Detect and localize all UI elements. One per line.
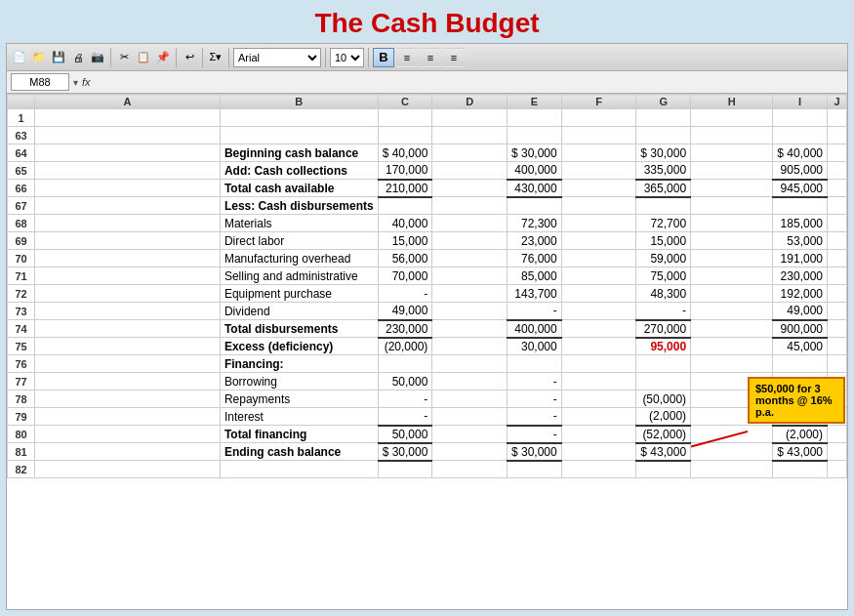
cell-a72[interactable] <box>35 285 221 303</box>
cell-f66 <box>561 180 636 197</box>
cell-a67[interactable] <box>35 197 221 215</box>
cell-f74 <box>561 320 636 338</box>
cell-a68[interactable] <box>35 215 221 232</box>
cell-a80[interactable] <box>35 426 221 443</box>
cell-a70[interactable] <box>35 250 221 267</box>
cell-a1[interactable] <box>35 109 221 127</box>
toolbar-sep-3 <box>202 48 203 67</box>
table-row: 82 <box>8 461 847 478</box>
cell-a81[interactable] <box>35 443 221 461</box>
row-header-70[interactable]: 70 <box>8 250 35 267</box>
cell-a69[interactable] <box>35 232 221 250</box>
row-header-80[interactable]: 80 <box>8 426 35 443</box>
row-header-78[interactable]: 78 <box>8 390 35 408</box>
cell-i1[interactable] <box>773 109 828 127</box>
cell-b1[interactable] <box>220 109 378 127</box>
row-header-63[interactable]: 63 <box>8 127 35 144</box>
camera-icon[interactable]: 📷 <box>89 49 106 66</box>
col-header-e[interactable]: E <box>508 95 562 109</box>
open-icon[interactable]: 📁 <box>30 49 48 66</box>
cell-a64[interactable] <box>35 144 221 162</box>
cell-a78[interactable] <box>35 390 221 408</box>
cell-a66[interactable] <box>35 180 221 197</box>
bold-button[interactable]: B <box>373 48 394 67</box>
row-header-73[interactable]: 73 <box>8 303 35 320</box>
cell-a71[interactable] <box>35 267 221 285</box>
cell-f82[interactable] <box>561 461 636 478</box>
undo-icon[interactable]: ↩ <box>181 49 198 66</box>
cell-b78: Repayments <box>220 390 378 408</box>
table-row: 74 Total disbursements 230,000 400,000 2… <box>8 320 847 338</box>
cell-e68: 72,300 <box>508 215 562 232</box>
align-right-button[interactable]: ≡ <box>443 48 465 67</box>
cell-a65[interactable] <box>35 162 221 180</box>
row-header-82[interactable]: 82 <box>8 461 35 478</box>
cell-j82[interactable] <box>828 461 847 478</box>
cell-a75[interactable] <box>35 338 221 355</box>
col-header-c[interactable]: C <box>378 95 432 109</box>
table-row: 66 Total cash available 210,000 430,000 … <box>8 180 847 197</box>
new-icon[interactable]: 📄 <box>11 49 28 66</box>
row-header-66[interactable]: 66 <box>8 180 35 197</box>
row-header-75[interactable]: 75 <box>8 338 35 355</box>
cell-i82[interactable] <box>773 461 828 478</box>
cell-g82[interactable] <box>636 461 691 478</box>
row-header-72[interactable]: 72 <box>8 285 35 303</box>
cell-ref-input[interactable] <box>11 73 69 91</box>
row-header-76[interactable]: 76 <box>8 355 35 373</box>
font-select[interactable]: Arial <box>233 48 321 67</box>
cell-c1[interactable] <box>378 109 432 127</box>
save-icon[interactable]: 💾 <box>50 49 67 66</box>
row-header-69[interactable]: 69 <box>8 232 35 250</box>
col-header-d[interactable]: D <box>432 95 508 109</box>
col-header-f[interactable]: F <box>561 95 636 109</box>
cell-b82[interactable] <box>220 461 378 478</box>
cell-a76[interactable] <box>35 355 221 373</box>
col-header-h[interactable]: H <box>691 95 773 109</box>
align-center-button[interactable]: ≡ <box>420 48 441 67</box>
cell-a82[interactable] <box>35 461 221 478</box>
row-header-74[interactable]: 74 <box>8 320 35 338</box>
cell-a77[interactable] <box>35 373 221 390</box>
align-left-button[interactable]: ≡ <box>396 48 418 67</box>
paste-icon[interactable]: 📌 <box>154 49 172 66</box>
cell-c82[interactable] <box>378 461 432 478</box>
row-header-64[interactable]: 64 <box>8 144 35 162</box>
cell-j1[interactable] <box>828 109 847 127</box>
row-header-79[interactable]: 79 <box>8 408 35 426</box>
row-header-65[interactable]: 65 <box>8 162 35 180</box>
cell-h82[interactable] <box>691 461 773 478</box>
cell-a79[interactable] <box>35 408 221 426</box>
cell-a74[interactable] <box>35 320 221 338</box>
cell-i75: 45,000 <box>773 338 828 355</box>
cell-a63[interactable] <box>35 127 221 144</box>
cell-g1[interactable] <box>636 109 691 127</box>
cell-d72 <box>432 285 508 303</box>
row-header-81[interactable]: 81 <box>8 443 35 461</box>
cell-d82[interactable] <box>432 461 508 478</box>
row-header-68[interactable]: 68 <box>8 215 35 232</box>
col-header-i[interactable]: I <box>773 95 828 109</box>
table-row: 1 <box>8 109 847 127</box>
row-header-67[interactable]: 67 <box>8 197 35 215</box>
cell-f1[interactable] <box>561 109 636 127</box>
col-header-a[interactable]: A <box>35 95 221 109</box>
col-header-b[interactable]: B <box>220 95 378 109</box>
row-header-71[interactable]: 71 <box>8 267 35 285</box>
cut-icon[interactable]: ✂ <box>115 49 133 66</box>
cell-i63-quarter: Quarter <box>773 127 828 144</box>
cell-d1[interactable] <box>432 109 508 127</box>
toolbar: 📄 📁 💾 🖨 📷 ✂ 📋 📌 ↩ Σ▾ Arial 10 B ≡ ≡ <box>7 44 847 71</box>
cell-h1[interactable] <box>691 109 773 127</box>
sigma-icon[interactable]: Σ▾ <box>207 49 224 66</box>
cell-e82[interactable] <box>508 461 562 478</box>
row-header[interactable]: 1 <box>8 109 35 127</box>
col-header-j[interactable]: J <box>828 95 847 109</box>
cell-a73[interactable] <box>35 303 221 320</box>
col-header-g[interactable]: G <box>636 95 691 109</box>
copy-icon[interactable]: 📋 <box>135 49 152 66</box>
font-size-select[interactable]: 10 <box>330 48 364 67</box>
row-header-77[interactable]: 77 <box>8 373 35 390</box>
print-icon[interactable]: 🖨 <box>69 49 87 66</box>
cell-e1[interactable] <box>508 109 562 127</box>
